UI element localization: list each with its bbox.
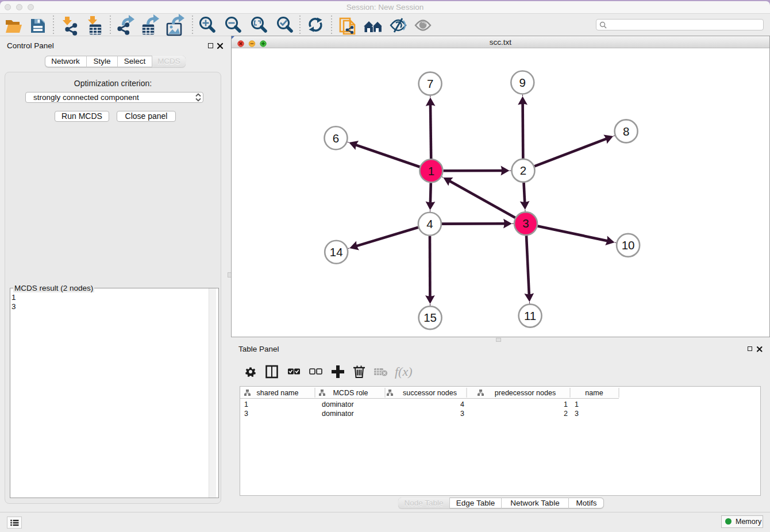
svg-text:f(x): f(x) [395, 364, 413, 379]
svg-text:3: 3 [460, 410, 464, 418]
svg-text:1: 1 [428, 164, 434, 178]
svg-text:8: 8 [623, 125, 629, 138]
svg-text:14: 14 [330, 245, 343, 259]
svg-text:2: 2 [564, 410, 568, 418]
svg-text:dominator: dominator [322, 400, 354, 408]
svg-text:3: 3 [522, 217, 529, 230]
svg-text:7: 7 [427, 77, 433, 90]
svg-text:1: 1 [575, 400, 579, 408]
svg-text:10: 10 [622, 238, 635, 252]
svg-text:15: 15 [424, 311, 437, 324]
svg-text:1: 1 [244, 400, 248, 408]
svg-text:6: 6 [333, 132, 339, 145]
svg-text:4: 4 [460, 400, 464, 408]
svg-text:9: 9 [519, 76, 526, 89]
svg-text:dominator: dominator [322, 410, 354, 418]
svg-text:4: 4 [426, 217, 433, 230]
svg-text:11: 11 [524, 309, 536, 322]
svg-text:3: 3 [575, 410, 579, 418]
svg-text:2: 2 [520, 164, 526, 177]
svg-text:1: 1 [564, 400, 568, 408]
svg-text:3: 3 [244, 410, 248, 418]
